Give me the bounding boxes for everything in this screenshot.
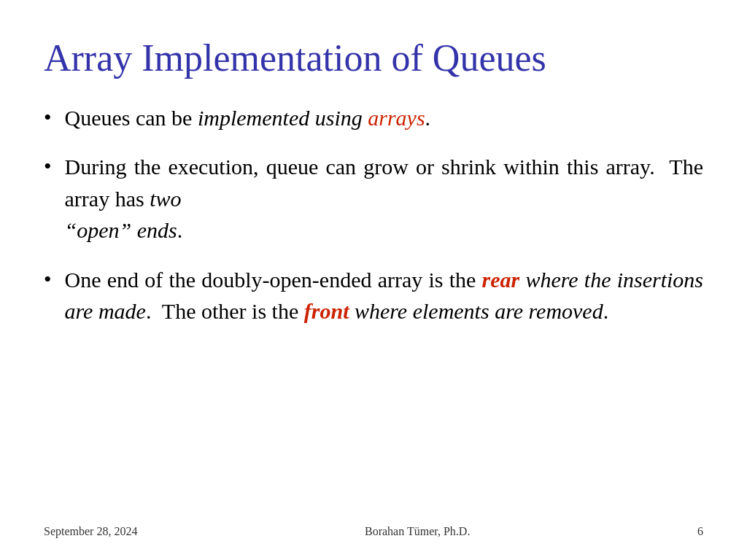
slide: Array Implementation of Queues • Queues … xyxy=(0,0,747,560)
slide-title: Array Implementation of Queues xyxy=(44,36,703,80)
footer-date: September 28, 2024 xyxy=(44,525,137,538)
rear-highlight: rear xyxy=(482,268,520,292)
arrays-highlight: arrays xyxy=(368,106,425,130)
bullet-text-1: Queues can be implemented using arrays. xyxy=(65,102,431,134)
bullet-item-3: • One end of the doubly-open-ended array… xyxy=(44,264,703,327)
front-highlight: front xyxy=(304,299,349,323)
bullet-point-1: • xyxy=(44,105,52,130)
open-ends-italic: “open” ends xyxy=(65,218,177,242)
footer-page: 6 xyxy=(697,525,703,538)
slide-content: • Queues can be implemented using arrays… xyxy=(44,102,703,519)
footer-author: Borahan Tümer, Ph.D. xyxy=(365,525,470,538)
italic-text-1: implemented using xyxy=(198,106,368,130)
removed-text: where elements are removed xyxy=(355,299,603,323)
bullet-text-3: One end of the doubly-open-ended array i… xyxy=(65,264,703,327)
bullet-item-1: • Queues can be implemented using arrays… xyxy=(44,102,703,134)
bullet-point-3: • xyxy=(44,267,52,292)
bullet-item-2: • During the execution, queue can grow o… xyxy=(44,151,703,246)
bullet-point-2: • xyxy=(44,154,52,179)
slide-footer: September 28, 2024 Borahan Tümer, Ph.D. … xyxy=(44,519,703,538)
bullet-text-2: During the execution, queue can grow or … xyxy=(65,151,703,246)
two-italic: two xyxy=(150,187,181,211)
